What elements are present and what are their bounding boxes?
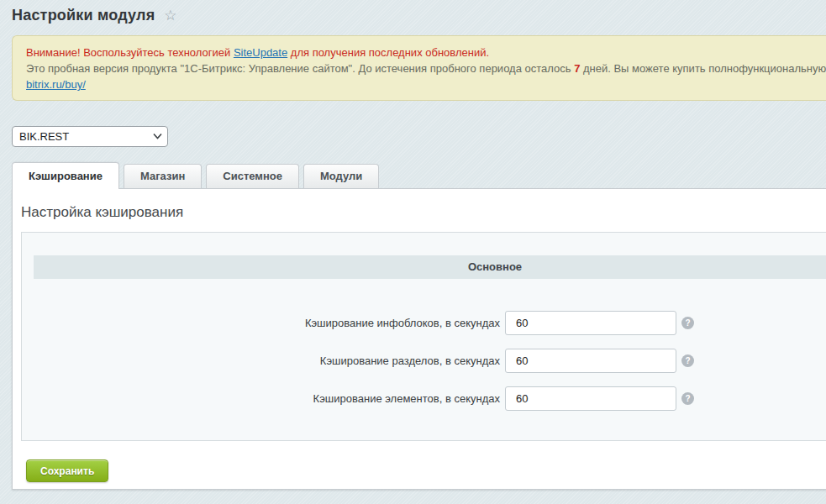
form-row-infoblocks: Кэширование инфоблоков, в секундах ?	[22, 311, 826, 349]
trial-version-line: Это пробная версия продукта "1С-Битрикс:…	[26, 60, 826, 76]
help-icon[interactable]: ?	[681, 392, 694, 405]
module-select-wrapper: BIK.REST	[12, 126, 168, 147]
buy-link-line: bitrix.ru/buy/	[26, 76, 826, 92]
trial-version-text: Это пробная версия продукта "1С-Битрикс:…	[26, 62, 574, 75]
help-icon[interactable]: ?	[681, 317, 694, 329]
infoblocks-cache-input[interactable]	[505, 311, 676, 335]
form-row-elements: Кэширование элементов, в секундах ?	[22, 386, 826, 424]
bitrix-buy-link[interactable]: bitrix.ru/buy/	[26, 78, 86, 91]
save-button[interactable]: Сохранить	[26, 459, 108, 482]
page-title: Настройки модуля	[12, 7, 155, 24]
page-header: Настройки модуля ☆	[12, 7, 177, 24]
module-select[interactable]: BIK.REST	[12, 126, 168, 147]
sections-cache-label: Кэширование разделов, в секундах	[22, 349, 500, 373]
tab-shop[interactable]: Магазин	[124, 164, 202, 188]
elements-cache-label: Кэширование элементов, в секундах	[22, 386, 500, 411]
tab-system[interactable]: Системное	[206, 164, 299, 188]
update-warning-text: Внимание! Воспользуйтесь технологией	[26, 46, 234, 59]
form-row-sections: Кэширование разделов, в секундах ?	[22, 349, 826, 386]
tab-content-panel: Настройка кэширования Основное Кэширован…	[12, 188, 826, 490]
form-rows: Кэширование инфоблоков, в секундах ? Кэш…	[22, 311, 826, 424]
help-icon[interactable]: ?	[681, 354, 694, 367]
tab-caching[interactable]: Кэширование	[12, 162, 119, 189]
tab-modules[interactable]: Модули	[303, 164, 379, 188]
section-heading: Настройка кэширования	[21, 204, 183, 221]
trial-version-text-end: дней. Вы можете купить полнофункциональн…	[580, 62, 826, 75]
settings-tabs: Кэширование Магазин Системное Модули	[12, 161, 383, 188]
favorite-star-icon[interactable]: ☆	[164, 8, 176, 23]
sections-cache-input[interactable]	[505, 349, 676, 373]
caching-form: Основное Кэширование инфоблоков, в секун…	[21, 232, 826, 441]
elements-cache-input[interactable]	[505, 386, 676, 411]
update-warning-line: Внимание! Воспользуйтесь технологией Sit…	[26, 45, 826, 60]
form-section-header: Основное	[34, 255, 826, 279]
siteupdate-link[interactable]: SiteUpdate	[234, 46, 287, 59]
update-warning-text-end: для получения последних обновлений.	[287, 46, 489, 59]
infoblocks-cache-label: Кэширование инфоблоков, в секундах	[22, 311, 500, 335]
trial-notice-banner: Внимание! Воспользуйтесь технологией Sit…	[12, 35, 826, 101]
